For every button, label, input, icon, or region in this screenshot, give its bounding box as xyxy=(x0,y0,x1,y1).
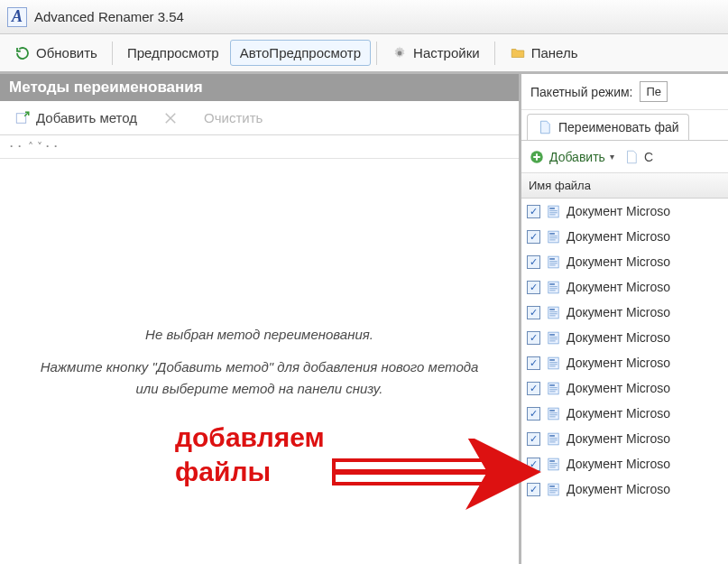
svg-rect-28 xyxy=(548,332,558,344)
word-doc-icon xyxy=(546,406,561,421)
create-folder-button[interactable]: С xyxy=(623,149,653,165)
word-doc-icon xyxy=(546,280,561,295)
file-name: Документ Microso xyxy=(567,457,670,471)
table-row[interactable]: ✓Документ Microso xyxy=(521,300,728,325)
table-row[interactable]: ✓Документ Microso xyxy=(521,350,728,375)
svg-rect-24 xyxy=(549,309,555,310)
table-row[interactable]: ✓Документ Microso xyxy=(521,375,728,401)
checkbox[interactable]: ✓ xyxy=(527,432,540,446)
clear-methods-button: Очистить xyxy=(197,106,270,129)
svg-rect-10 xyxy=(549,236,558,236)
refresh-label: Обновить xyxy=(36,45,97,60)
svg-rect-7 xyxy=(549,214,555,215)
word-doc-icon xyxy=(546,431,561,447)
svg-rect-35 xyxy=(549,362,558,363)
refresh-icon xyxy=(14,45,31,61)
svg-rect-27 xyxy=(549,315,555,316)
svg-rect-46 xyxy=(549,414,558,415)
svg-rect-56 xyxy=(549,465,558,466)
word-doc-icon xyxy=(546,482,561,497)
methods-subtoolbar: ⠂⠂ ˄ ˅ ⠂⠂ xyxy=(0,135,519,159)
preview-button[interactable]: Предпросмотр xyxy=(118,41,228,65)
svg-rect-48 xyxy=(548,433,558,445)
svg-rect-58 xyxy=(548,484,558,495)
svg-rect-26 xyxy=(549,313,558,314)
subtoolbar-glyphs: ⠂⠂ ˄ ˅ ⠂⠂ xyxy=(9,141,61,153)
batch-mode-select[interactable]: Пе xyxy=(640,81,668,102)
empty-line-1: Не выбран метод переименования. xyxy=(145,324,373,346)
file-name: Документ Microso xyxy=(567,482,670,496)
add-files-button[interactable]: Добавить ▾ xyxy=(529,149,614,165)
table-row[interactable]: ✓Документ Microso xyxy=(521,199,728,224)
method-delete-button xyxy=(155,106,186,130)
checkbox[interactable]: ✓ xyxy=(527,458,540,471)
checkbox[interactable]: ✓ xyxy=(527,483,540,496)
file-list[interactable]: ✓Документ Microso✓Документ Microso✓Докум… xyxy=(521,199,728,564)
table-row[interactable]: ✓Документ Microso xyxy=(521,451,728,476)
svg-rect-29 xyxy=(549,334,555,335)
svg-rect-42 xyxy=(549,391,555,392)
table-row[interactable]: ✓Документ Microso xyxy=(521,426,728,451)
table-row[interactable]: ✓Документ Microso xyxy=(521,249,728,274)
checkbox[interactable]: ✓ xyxy=(527,382,540,395)
methods-toolbar: Добавить метод Очистить xyxy=(0,101,519,135)
svg-rect-20 xyxy=(549,286,558,287)
checkbox[interactable]: ✓ xyxy=(527,205,540,218)
batch-mode-label: Пакетный режим: xyxy=(530,85,632,99)
table-row[interactable]: ✓Документ Microso xyxy=(521,224,728,249)
batch-mode-row: Пакетный режим: Пе xyxy=(521,74,728,110)
file-name: Документ Microso xyxy=(567,356,670,370)
word-doc-icon xyxy=(546,229,561,245)
svg-rect-39 xyxy=(549,384,555,385)
svg-rect-14 xyxy=(549,258,555,259)
checkbox[interactable]: ✓ xyxy=(527,306,540,319)
svg-rect-3 xyxy=(548,206,558,217)
file-name: Документ Microso xyxy=(567,280,670,294)
svg-rect-21 xyxy=(549,288,558,289)
add-method-button[interactable]: Добавить метод xyxy=(7,106,144,130)
svg-rect-61 xyxy=(549,490,558,491)
panel-button[interactable]: Панель xyxy=(501,41,587,66)
svg-rect-23 xyxy=(548,307,558,319)
svg-rect-32 xyxy=(549,340,555,341)
add-method-label: Добавить метод xyxy=(36,110,137,125)
table-row[interactable]: ✓Документ Microso xyxy=(521,325,728,350)
checkbox[interactable]: ✓ xyxy=(527,331,540,345)
autopreview-button[interactable]: АвтоПредпросмотр xyxy=(230,40,371,66)
methods-empty-state: Не выбран метод переименования. Нажмите … xyxy=(0,159,519,564)
delete-icon xyxy=(162,110,179,126)
checkbox[interactable]: ✓ xyxy=(527,255,540,269)
settings-button[interactable]: Настройки xyxy=(382,41,489,66)
table-row[interactable]: ✓Документ Microso xyxy=(521,476,728,502)
titlebar: A Advanced Renamer 3.54 xyxy=(0,0,728,34)
annotation-line-1: добавляем xyxy=(175,421,325,455)
svg-rect-34 xyxy=(549,359,555,360)
checkbox[interactable]: ✓ xyxy=(527,407,540,421)
word-doc-icon xyxy=(546,457,561,472)
svg-rect-54 xyxy=(549,460,555,461)
tab-rename-files[interactable]: Переименовать фай xyxy=(527,114,689,140)
checkbox[interactable]: ✓ xyxy=(527,230,540,244)
svg-rect-19 xyxy=(549,283,555,284)
svg-rect-17 xyxy=(549,264,555,265)
autopreview-label: АвтоПредпросмотр xyxy=(240,45,361,60)
empty-line-2: Нажмите кнопку "Добавить метод" для доба… xyxy=(27,356,492,400)
checkbox[interactable]: ✓ xyxy=(527,356,540,370)
main-toolbar: Обновить Предпросмотр АвтоПредпросмотр Н… xyxy=(0,34,728,74)
file-name: Документ Microso xyxy=(567,381,670,395)
svg-rect-9 xyxy=(549,233,555,234)
svg-rect-62 xyxy=(549,492,555,493)
add-files-label: Добавить xyxy=(549,150,605,164)
svg-rect-22 xyxy=(549,290,555,291)
grid-header[interactable]: Имя файла xyxy=(521,173,728,199)
table-row[interactable]: ✓Документ Microso xyxy=(521,401,728,426)
checkbox[interactable]: ✓ xyxy=(527,281,540,294)
clear-label: Очистить xyxy=(204,110,263,125)
svg-rect-12 xyxy=(549,239,555,240)
svg-rect-5 xyxy=(549,210,558,211)
svg-rect-51 xyxy=(549,439,558,440)
refresh-button[interactable]: Обновить xyxy=(5,41,106,66)
tab-rename-label: Переименовать фай xyxy=(558,120,679,134)
word-doc-icon xyxy=(546,356,561,371)
table-row[interactable]: ✓Документ Microso xyxy=(521,274,728,300)
